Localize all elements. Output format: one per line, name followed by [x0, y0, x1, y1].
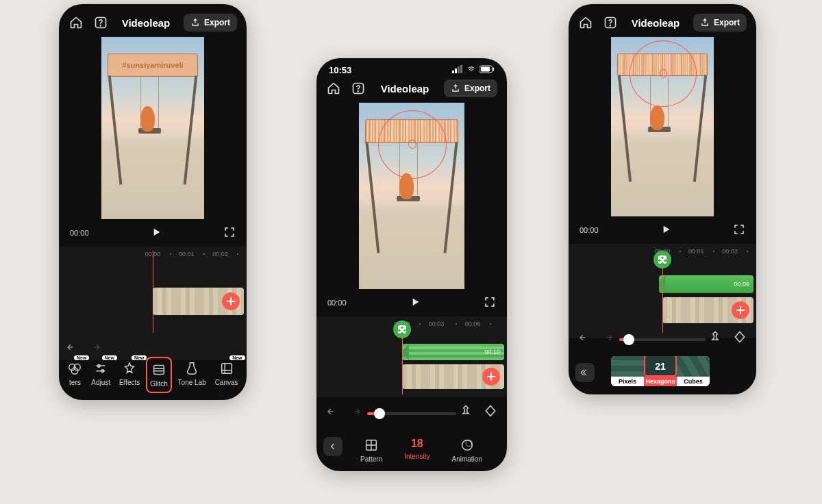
sign-text: #sunsiyamiruveli — [108, 53, 199, 77]
svg-rect-15 — [493, 67, 494, 71]
timeline[interactable]: 00:00 00:01 00:02 00:09 — [569, 244, 756, 338]
back-chevron[interactable] — [323, 437, 342, 456]
battery-icon — [480, 65, 495, 75]
undo-redo — [326, 405, 362, 420]
keyframe-icon[interactable] — [484, 404, 497, 420]
top-bar: Videoleap Export — [569, 4, 756, 32]
export-button[interactable]: Export — [693, 14, 747, 32]
param-intensity[interactable]: 18Intensity — [404, 438, 429, 463]
screenshot-intensity-slider: 10:53 Videoleap Export 00:00 00 — [316, 58, 507, 471]
home-icon[interactable] — [68, 15, 84, 30]
tool-canvas[interactable]: NewCanvas — [212, 357, 241, 393]
home-icon[interactable] — [326, 81, 341, 96]
slider-knob[interactable] — [623, 334, 634, 345]
svg-rect-11 — [458, 66, 460, 73]
undo-icon[interactable] — [66, 341, 78, 356]
help-icon[interactable] — [351, 81, 366, 96]
intensity-slider[interactable] — [367, 412, 456, 415]
pin-icon[interactable] — [708, 330, 722, 346]
add-clip-button[interactable] — [482, 368, 500, 386]
wifi-icon — [466, 65, 477, 75]
play-button[interactable] — [660, 224, 671, 236]
pattern-size-slider[interactable] — [619, 338, 706, 341]
help-icon[interactable] — [603, 15, 618, 30]
undo-icon[interactable] — [578, 331, 590, 346]
effect-clip[interactable]: 00:09 — [659, 275, 754, 293]
tool-filters[interactable]: Newters — [64, 357, 85, 393]
side-controls — [708, 330, 747, 346]
time-current: 00:00 — [70, 229, 89, 237]
slider-knob[interactable] — [374, 408, 385, 419]
effect-target-dot[interactable] — [660, 69, 667, 77]
back-chevron[interactable] — [575, 363, 595, 382]
export-label: Export — [204, 18, 230, 27]
add-clip-button[interactable] — [222, 292, 240, 310]
transport-bar: 00:00 — [316, 289, 507, 316]
transport-bar: 00:00 — [59, 219, 247, 247]
param-pattern[interactable]: Pattern — [360, 438, 382, 463]
redo-icon[interactable] — [601, 331, 614, 346]
timeline[interactable]: 00:00 00:01 00:02 — [59, 247, 247, 360]
svg-point-1 — [100, 25, 101, 26]
svg-point-22 — [610, 25, 610, 26]
transport-bar: 00:00 — [569, 216, 756, 244]
add-clip-button[interactable] — [732, 301, 749, 319]
undo-redo — [578, 331, 614, 346]
svg-rect-7 — [154, 366, 164, 375]
video-preview[interactable]: #sunsiyamiruveli — [101, 37, 204, 219]
time-current: 00:00 — [327, 299, 347, 307]
intensity-value: 18 — [411, 438, 423, 450]
play-button[interactable] — [151, 227, 162, 239]
effect-clip[interactable]: 00:10 — [402, 344, 504, 360]
clock: 10:53 — [329, 65, 351, 75]
app-title: Videoleap — [122, 17, 171, 29]
export-label: Export — [464, 84, 490, 93]
playhead[interactable] — [662, 267, 663, 333]
timeline-ruler: 00:00 00:03 00:06 — [316, 320, 507, 330]
time-current: 00:00 — [580, 226, 599, 234]
redo-icon[interactable] — [89, 341, 101, 356]
side-controls — [459, 404, 497, 420]
effect-target-dot[interactable] — [408, 140, 416, 149]
keyframe-icon[interactable] — [733, 330, 747, 346]
redo-icon[interactable] — [349, 405, 362, 420]
play-button[interactable] — [410, 297, 421, 309]
video-preview[interactable] — [611, 37, 714, 216]
svg-rect-14 — [481, 67, 490, 72]
screenshot-pattern-selector: Videoleap Export 00:00 00:00 00:01 00:02 — [569, 4, 756, 394]
help-icon[interactable] — [93, 15, 108, 30]
pattern-cubes[interactable]: Cubes — [677, 356, 710, 386]
export-button[interactable]: Export — [444, 79, 497, 97]
pattern-row: Pixels 21 Hexagons Cubes — [611, 356, 710, 386]
playhead[interactable] — [402, 336, 403, 394]
fullscreen-icon[interactable] — [733, 223, 745, 237]
svg-rect-12 — [460, 65, 462, 73]
video-preview[interactable] — [359, 103, 464, 289]
tool-effects[interactable]: NewEffects — [116, 357, 142, 393]
undo-icon[interactable] — [326, 405, 338, 420]
tool-tone-lab[interactable]: Tone Lab — [175, 357, 209, 393]
pattern-pixels[interactable]: Pixels — [611, 356, 644, 386]
export-button[interactable]: Export — [184, 14, 237, 32]
tool-row: Newters NewAdjust NewEffects Glitch Tone… — [59, 357, 247, 393]
fullscreen-icon[interactable] — [484, 296, 496, 310]
timeline[interactable]: 00:00 00:03 00:06 00:10 — [316, 316, 507, 397]
top-bar: Videoleap Export — [59, 4, 247, 32]
tool-glitch[interactable]: Glitch — [146, 357, 172, 393]
app-title: Videoleap — [632, 17, 680, 29]
svg-point-20 — [466, 440, 472, 446]
signal-icon — [452, 65, 463, 75]
param-row: Pattern 18Intensity Animation — [349, 438, 493, 463]
tool-adjust[interactable]: NewAdjust — [88, 357, 113, 393]
export-label: Export — [714, 18, 740, 27]
param-animation[interactable]: Animation — [452, 438, 482, 463]
undo-redo — [66, 341, 101, 356]
home-icon[interactable] — [578, 15, 593, 30]
pattern-hexagons[interactable]: 21 Hexagons — [644, 356, 677, 386]
effect-clip-duration: 00:09 — [734, 281, 749, 288]
fullscreen-icon[interactable] — [223, 226, 236, 240]
svg-point-17 — [358, 91, 358, 92]
svg-rect-8 — [221, 364, 232, 374]
svg-rect-9 — [452, 71, 454, 73]
pin-icon[interactable] — [459, 404, 473, 420]
